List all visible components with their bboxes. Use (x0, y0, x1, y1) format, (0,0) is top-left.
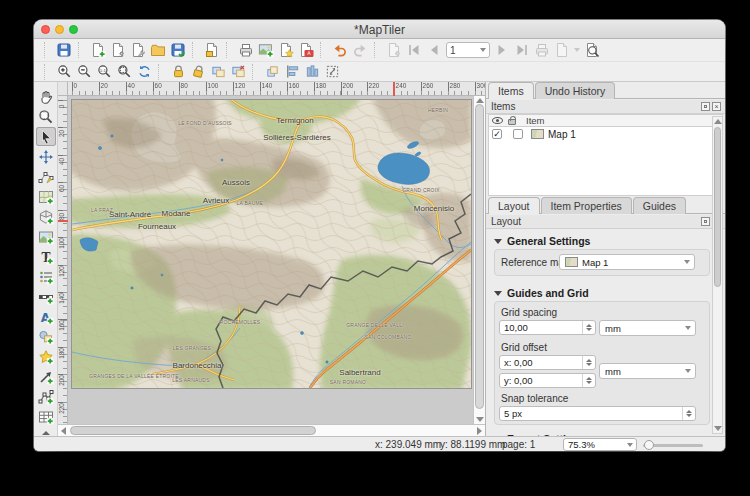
export-image-button[interactable] (256, 41, 276, 60)
atlas-first-feature-button[interactable] (404, 41, 424, 60)
horizontal-ruler[interactable]: 0204060801001201401601802002202402602803… (68, 82, 485, 96)
horizontal-scrollbar-thumb[interactable] (70, 426, 316, 435)
pan-layout-button[interactable] (36, 87, 56, 106)
zoom-slider-knob[interactable] (644, 440, 654, 450)
unlock-all-items-button[interactable] (188, 62, 208, 81)
map-town-label: Termignon (276, 116, 313, 125)
reference-map-combo[interactable]: Map 1 (559, 254, 695, 270)
new-layout-button[interactable] (88, 41, 108, 60)
zoom-actual-size-button[interactable]: 1:1 (94, 62, 114, 81)
resize-items-button[interactable] (322, 62, 342, 81)
select-move-item-button[interactable] (36, 127, 56, 146)
add-shape-button[interactable] (36, 327, 56, 346)
zoom-full-extent-button[interactable] (114, 62, 134, 81)
dock-tab[interactable]: Items (488, 82, 534, 99)
scroll-left-arrow-icon[interactable] (61, 427, 66, 435)
horizontal-scrollbar[interactable] (58, 424, 485, 436)
print-button[interactable] (236, 41, 256, 60)
grid-offset-x-input[interactable]: x: 0,00 (499, 355, 596, 370)
preview-atlas-button[interactable] (582, 41, 602, 60)
vertical-ruler[interactable]: 020406080100120140160180200220240 (58, 96, 68, 424)
atlas-feature-number-input[interactable]: 1 (446, 42, 490, 58)
lock-selected-items-button[interactable] (168, 62, 188, 81)
undo-button[interactable] (330, 41, 350, 60)
zoom-out-button[interactable] (74, 62, 94, 81)
atlas-next-feature-button[interactable] (492, 41, 512, 60)
group-items-button[interactable] (208, 62, 228, 81)
add-picture-button[interactable] (36, 227, 56, 246)
map-item[interactable]: TermignonSollières-SardièresAussoisAvrie… (72, 100, 471, 388)
grid-spacing-unit-combo[interactable]: mm (599, 320, 696, 336)
export-pdf-button[interactable]: A (296, 41, 316, 60)
dock-tab[interactable]: Item Properties (541, 197, 632, 214)
distribute-items-button[interactable] (302, 62, 322, 81)
save-button[interactable] (54, 41, 74, 60)
zoom-tool-button[interactable] (36, 107, 56, 126)
add-arrow-button[interactable] (36, 367, 56, 386)
grid-spacing-input[interactable]: 10,00 (499, 320, 596, 335)
scroll-down-arrow-icon[interactable] (714, 426, 722, 431)
snap-tolerance-input[interactable]: 5 px (499, 406, 696, 421)
add-node-item-button[interactable] (36, 387, 56, 406)
export-atlas-dropdown-arrow-icon[interactable] (574, 48, 580, 52)
vertical-scrollbar[interactable] (473, 96, 485, 424)
map-hamlet-label: LA BAUME (237, 200, 264, 206)
zoom-level-combo[interactable]: 75.3% (563, 438, 637, 451)
add-attribute-table-button[interactable] (36, 407, 56, 426)
ungroup-items-button[interactable] (228, 62, 248, 81)
zoom-slider[interactable] (643, 444, 703, 447)
save-as-template-button[interactable] (168, 41, 188, 60)
add-marker-button[interactable] (36, 347, 56, 366)
scroll-up-arrow-icon[interactable] (476, 98, 484, 103)
move-item-content-button[interactable] (36, 147, 56, 166)
close-panel-button[interactable]: × (712, 102, 721, 111)
add-map-button[interactable] (36, 187, 56, 206)
export-atlas-button[interactable] (552, 41, 572, 60)
grid-offset-unit-combo[interactable]: mm (599, 363, 696, 379)
panel-scrollbar-thumb[interactable] (714, 127, 721, 287)
add-3d-map-button[interactable] (36, 207, 56, 226)
add-north-arrow-button[interactable] (36, 307, 56, 326)
general-settings-section[interactable]: General Settings (494, 235, 590, 247)
dock-tab[interactable]: Guides (633, 197, 686, 214)
spinner-buttons[interactable] (582, 321, 595, 334)
add-scale-bar-button[interactable] (36, 287, 56, 306)
align-items-button[interactable] (282, 62, 302, 81)
print-atlas-button[interactable] (532, 41, 552, 60)
svg-text:1:1: 1:1 (99, 68, 106, 73)
atlas-previous-feature-button[interactable] (424, 41, 444, 60)
guides-and-grid-section[interactable]: Guides and Grid (494, 287, 589, 299)
duplicate-layout-button[interactable] (108, 41, 128, 60)
raise-items-button[interactable] (262, 62, 282, 81)
float-panel-button[interactable] (701, 217, 710, 226)
open-template-button[interactable] (148, 41, 168, 60)
dock-tab[interactable]: Undo History (535, 82, 616, 99)
edit-nodes-item-button[interactable] (36, 167, 56, 186)
spinner-buttons[interactable] (582, 356, 595, 369)
scroll-right-arrow-icon[interactable] (477, 427, 482, 435)
next-feature-icon (494, 42, 510, 58)
title-bar[interactable]: *MapTiler (34, 20, 725, 39)
zoom-in-button[interactable] (54, 62, 74, 81)
float-panel-button[interactable] (701, 102, 710, 111)
scroll-down-arrow-icon[interactable] (476, 417, 484, 422)
dock-tab[interactable]: Layout (488, 197, 540, 214)
items-list-row[interactable]: ✓ Map 1 (489, 127, 722, 141)
layout-manager-button[interactable] (128, 41, 148, 60)
export-svg-button[interactable] (276, 41, 296, 60)
add-legend-button[interactable] (36, 267, 56, 286)
atlas-settings-button[interactable] (384, 41, 404, 60)
panel-scrollbar[interactable] (712, 116, 723, 434)
vertical-scrollbar-thumb[interactable] (475, 104, 484, 409)
refresh-view-button[interactable] (134, 62, 154, 81)
spinner-buttons[interactable] (682, 407, 695, 420)
grid-offset-y-input[interactable]: y: 0,00 (499, 373, 596, 388)
scroll-up-arrow-icon[interactable] (714, 119, 722, 124)
redo-button[interactable] (350, 41, 370, 60)
lock-checkbox[interactable] (513, 129, 523, 139)
atlas-last-feature-button[interactable] (512, 41, 532, 60)
add-label-button[interactable] (36, 247, 56, 266)
spinner-buttons[interactable] (582, 374, 595, 387)
visibility-checkbox[interactable]: ✓ (492, 129, 502, 139)
add-pages-button[interactable] (202, 41, 222, 60)
